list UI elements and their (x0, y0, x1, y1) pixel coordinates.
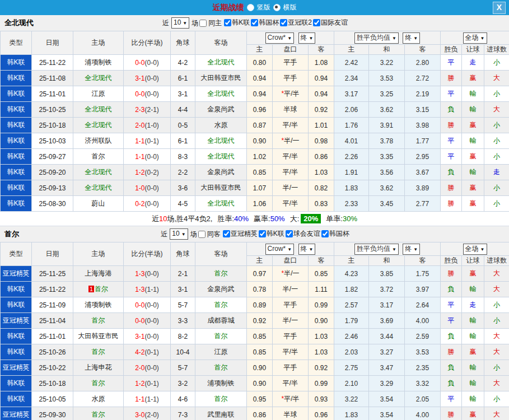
corners-cell: 10-4 (171, 344, 195, 360)
same-venue-checkbox[interactable] (198, 231, 206, 238)
scope-select[interactable]: 全场▼ (463, 32, 487, 44)
odds-source-select[interactable]: Crow*▼ (265, 32, 295, 44)
goals-cell: 小 (484, 313, 509, 329)
outcome-cell: 負 (441, 102, 462, 118)
home-odds-cell: 0.94 (247, 86, 273, 102)
avg-source-select[interactable]: 胜平负均值▼ (354, 244, 399, 255)
scope-value: 全场 (465, 245, 479, 253)
table-row: 韩K联25-09-20全北现代1-2(0-2)2-2金泉尚武0.85平/半1.0… (1, 165, 509, 180)
horizontal-layout-label[interactable]: 横版 (283, 3, 297, 12)
corners-cell: 6-1 (171, 71, 195, 86)
avg-home-cell: 4.01 (334, 133, 369, 149)
sub-header-outcome: 胜负 (441, 45, 462, 55)
vertical-layout-label[interactable]: 竖版 (257, 3, 270, 12)
avg-draw-cell: 3.27 (369, 344, 405, 360)
handicap-result-cell: 赢 (462, 118, 484, 133)
avg-home-cell: 1.83 (334, 180, 369, 196)
avg-draw-cell: 3.35 (369, 149, 405, 165)
results-table: 类型 日期 主场 比分(半场) 角球 客场 Crow*▼ 终▼ 胜平负均值▼ 终… (0, 242, 509, 420)
team-name: 全北现代 (85, 105, 112, 113)
summary-single-value: 30% (343, 214, 357, 223)
summary-single-label: 单率: (326, 214, 343, 224)
league-type-cell: 韩K联 (1, 71, 32, 86)
team-name: 首尔 (92, 316, 105, 324)
league-checkbox[interactable] (224, 19, 231, 26)
avg-away-cell: 4.00 (405, 407, 441, 420)
horizontal-layout-radio[interactable] (273, 4, 281, 11)
avg-away-cell: 3.98 (405, 118, 441, 133)
match-count-select[interactable]: 10▼ (170, 228, 188, 240)
league-type-cell: 亚冠精英 (1, 266, 32, 282)
result-group-header: 全场▼ (441, 31, 509, 45)
score-cell: 3-1(0-0) (124, 71, 171, 86)
same-venue-checkbox[interactable] (199, 20, 207, 27)
away-odds-cell: 1.03 (309, 344, 334, 360)
page-title: 近期战绩 (213, 3, 244, 13)
chevron-down-icon: ▼ (480, 247, 485, 252)
sub-header-odds-away: 客 (309, 45, 334, 55)
home-odds-cell: 0.86 (247, 407, 273, 420)
team-name: 首尔 (95, 285, 108, 293)
avg-away-cell: 2.35 (405, 360, 441, 376)
halftime-score: (0-0) (145, 333, 159, 340)
league-checkbox[interactable] (251, 19, 258, 26)
date-cell: 25-09-13 (32, 180, 73, 196)
league-filter: 韩国杯 (321, 229, 349, 239)
corners-cell: 6-1 (171, 133, 195, 149)
away-odds-cell: 0.96 (309, 407, 334, 420)
avg-final-select[interactable]: 终▼ (403, 244, 420, 255)
league-checkbox[interactable] (259, 230, 266, 237)
league-type-cell: 韩K联 (1, 196, 32, 212)
table-row: 韩K联25-10-25全北现代2-3(2-1)4-4金泉尚武0.96半球0.92… (1, 102, 509, 118)
team-name: 武里南联 (208, 410, 235, 418)
home-team-cell: 首尔 (73, 149, 124, 165)
section-team: 全北现代 (4, 18, 34, 28)
avg-home-cell: 2.42 (334, 55, 369, 71)
avg-away-cell: 3.53 (405, 344, 441, 360)
handicap-cell: *半/一 (273, 133, 309, 149)
avg-source-select[interactable]: 胜平负均值▼ (354, 32, 399, 44)
home-odds-cell: 0.92 (247, 313, 273, 329)
star-marker: * (281, 395, 284, 403)
home-odds-cell: 0.87 (247, 118, 273, 133)
date-cell: 25-08-30 (32, 196, 73, 212)
halftime-score: (0-0) (145, 301, 159, 309)
away-odds-cell: 1.03 (309, 329, 334, 344)
close-icon[interactable]: X (493, 2, 506, 14)
avg-final-select[interactable]: 终▼ (403, 32, 420, 44)
odds-source-select[interactable]: Crow*▼ (265, 244, 295, 255)
match-count-select[interactable]: 10▼ (171, 17, 189, 29)
avg-home-cell: 1.82 (334, 282, 369, 297)
odds-final-select[interactable]: 终▼ (298, 32, 316, 44)
away-team-cell: 全北现代 (195, 149, 247, 165)
odds-final-select[interactable]: 终▼ (298, 244, 316, 255)
chevron-down-icon: ▼ (392, 36, 396, 41)
avg-draw-cell: 3.62 (369, 180, 405, 196)
fulltime-score: 1-3 (135, 270, 144, 278)
score-cell: 0-0(0-0) (124, 86, 171, 102)
league-checkbox[interactable] (286, 230, 293, 237)
vertical-layout-radio[interactable] (247, 4, 254, 11)
goals-cell: 大 (484, 266, 509, 282)
handicap-result-cell: 赢 (462, 196, 484, 212)
league-label: 亚冠精英 (231, 229, 258, 239)
league-label: 亚冠联2 (288, 18, 312, 27)
home-odds-cell: 1.06 (247, 196, 273, 212)
sub-header-outcome: 胜负 (441, 256, 462, 266)
scope-select[interactable]: 全场▼ (463, 244, 487, 255)
corners-cell: 3-3 (171, 313, 195, 329)
summary-win-value: 40% (234, 214, 249, 223)
outcome-cell: 勝 (441, 344, 462, 360)
league-checkbox[interactable] (280, 19, 287, 26)
league-checkbox[interactable] (223, 230, 230, 237)
away-team-cell: 大田韩亚市民 (195, 71, 247, 86)
goals-cell: 小 (484, 180, 509, 196)
score-cell: 3-0(2-0) (124, 407, 171, 420)
league-checkbox[interactable] (321, 230, 329, 237)
away-team-cell: 全北现代 (195, 196, 247, 212)
league-filter: 韩国杯 (251, 18, 279, 27)
handicap-cell: *平/半 (273, 86, 309, 102)
league-checkbox[interactable] (313, 19, 320, 26)
goals-cell: 大 (484, 407, 509, 420)
handicap-result-cell: 赢 (462, 180, 484, 196)
